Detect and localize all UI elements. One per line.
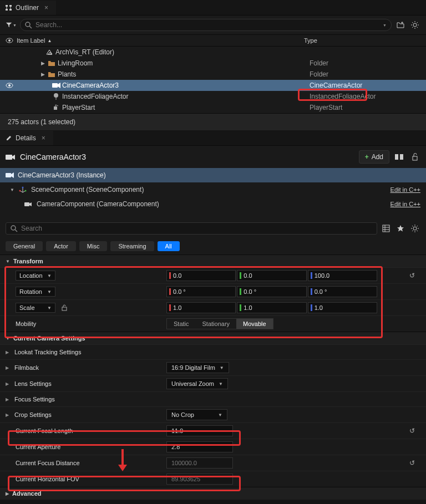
rotation-dropdown[interactable]: Rotation ▼ (16, 287, 55, 297)
camera-section-header[interactable]: ▼ Current Camera Settings (0, 332, 426, 344)
lens-dropdown[interactable]: Universal Zoom▼ (166, 378, 228, 389)
row-type: InstancedFoliageActor (310, 93, 426, 100)
camera-component-row[interactable]: CameraComponent (CameraComponent) Edit i… (0, 197, 426, 211)
category-tab-misc[interactable]: Misc (79, 241, 108, 251)
scale-dropdown[interactable]: Scale ▼ (16, 303, 55, 313)
outliner-search-input[interactable] (36, 21, 379, 29)
property-matrix-icon[interactable] (381, 223, 392, 234)
settings-icon[interactable] (409, 19, 420, 30)
category-tab-all[interactable]: All (158, 241, 180, 251)
rotation-label: Rotation (19, 288, 42, 295)
focus-distance-input[interactable]: 100000.0 (166, 457, 233, 469)
mobility-option-movable[interactable]: Movable (236, 319, 273, 329)
outliner-columns-header: Item Label ▲ Type (0, 34, 426, 47)
visibility-column-icon[interactable] (6, 38, 17, 43)
close-icon[interactable]: × (39, 134, 48, 142)
instance-label: CineCameraActor3 (Instance) (18, 171, 106, 179)
rotation-x[interactable]: 0.0 ° (166, 286, 236, 297)
location-z[interactable]: 100.0 (308, 270, 377, 281)
location-y[interactable]: 0.0 (237, 270, 306, 281)
scene-component-row[interactable]: ▼ SceneComponent (SceneComponent) Edit i… (0, 182, 426, 197)
outliner-tab[interactable]: Outliner × (0, 1, 56, 15)
outliner-search[interactable]: ▼ (20, 19, 392, 31)
row-type: Folder (310, 70, 426, 78)
chevron-down-icon[interactable]: ▼ (383, 23, 387, 27)
item-label-text: Item Label (17, 37, 45, 44)
transform-section-header[interactable]: ▼ Transform (0, 254, 426, 267)
category-tab-actor[interactable]: Actor (46, 241, 76, 251)
details-search-input[interactable] (21, 225, 372, 232)
svg-rect-3 (9, 9, 12, 11)
svg-rect-56 (62, 307, 67, 310)
tree-row[interactable]: ▶LivingRoomFolder (0, 58, 426, 69)
tree-row[interactable]: CineCameraActor3CineCameraActor (0, 80, 426, 91)
item-label-column[interactable]: Item Label ▲ (17, 37, 304, 44)
camera-icon (6, 172, 14, 179)
mobility-option-static[interactable]: Static (167, 319, 196, 329)
favorite-icon[interactable] (395, 223, 406, 234)
scale-label: Scale (19, 304, 35, 311)
row-label: Plants (58, 70, 310, 78)
hfov-input: 89.903625 (166, 474, 233, 485)
tree-row[interactable]: InstancedFoliageActorInstancedFoliageAct… (0, 91, 426, 102)
svg-rect-30 (395, 154, 398, 160)
type-column[interactable]: Type (304, 37, 420, 44)
expand-arrow-icon[interactable]: ▶ (6, 413, 9, 418)
location-dropdown[interactable]: Location ▼ (16, 271, 55, 281)
settings-icon[interactable] (409, 223, 420, 234)
crop-dropdown[interactable]: No Crop▼ (166, 409, 227, 420)
location-label: Location (19, 272, 43, 279)
svg-point-39 (24, 190, 26, 192)
actor-name: CineCameraActor3 (20, 152, 86, 161)
expand-arrow-icon[interactable]: ▼ (10, 187, 14, 192)
details-search[interactable] (6, 222, 377, 235)
prop-label: Lookat Tracking Settings (14, 349, 81, 355)
visibility-icon[interactable] (6, 83, 17, 88)
svg-rect-1 (9, 5, 12, 7)
tree-row[interactable]: ▶PlantsFolder (0, 69, 426, 80)
details-tab[interactable]: Details × (0, 131, 53, 145)
lock-open-icon[interactable] (409, 151, 420, 162)
filmback-dropdown[interactable]: 16:9 Digital Film▼ (166, 362, 229, 373)
expand-arrow-icon[interactable]: ▶ (41, 72, 48, 77)
svg-point-22 (8, 84, 11, 86)
svg-rect-2 (6, 9, 8, 11)
lookat-row[interactable]: ▶Lookat Tracking Settings (0, 344, 426, 359)
expand-arrow-icon[interactable]: ▶ (6, 365, 9, 370)
edit-cpp-link[interactable]: Edit in C++ (390, 201, 420, 207)
reset-icon[interactable]: ↺ (404, 459, 420, 467)
new-folder-icon[interactable] (395, 19, 406, 30)
mobility-toggle: StaticStationaryMovable (166, 318, 273, 329)
rotation-z[interactable]: 0.0 ° (308, 286, 377, 297)
location-x[interactable]: 0.0 (166, 270, 236, 281)
close-icon[interactable]: × (42, 4, 50, 12)
scale-y[interactable]: 1.0 (237, 302, 306, 313)
focus-settings-row[interactable]: ▶Focus Settings (0, 391, 426, 406)
location-vector: 0.0 0.0 100.0 (166, 270, 377, 281)
browse-icon[interactable] (394, 151, 405, 162)
tree-row[interactable]: ArchVis_RT (Editor) (0, 47, 426, 58)
category-tab-general[interactable]: General (6, 241, 43, 251)
aperture-input[interactable]: 2.8 (166, 441, 233, 452)
tree-row[interactable]: PlayerStartPlayerStart (0, 102, 426, 113)
edit-cpp-link[interactable]: Edit in C++ (390, 186, 420, 193)
expand-arrow-icon: ▶ (6, 397, 9, 402)
reset-icon[interactable]: ↺ (404, 427, 420, 435)
expand-arrow-icon[interactable]: ▶ (41, 60, 48, 66)
advanced-section-header[interactable]: ▶ Advanced (0, 487, 426, 500)
instance-row[interactable]: CineCameraActor3 (Instance) (0, 168, 426, 182)
add-button[interactable]: + Add (359, 150, 389, 164)
svg-rect-32 (413, 156, 417, 160)
focal-length-input[interactable]: 11.9 (166, 425, 233, 436)
reset-icon[interactable]: ↺ (404, 272, 420, 279)
scale-x[interactable]: 1.0 (166, 302, 236, 313)
row-type: CineCameraActor (310, 82, 426, 89)
scale-z[interactable]: 1.0 (308, 302, 377, 313)
focal-length-row: Current Focal Length 11.9 ↺ (0, 422, 426, 439)
mobility-option-stationary[interactable]: Stationary (196, 319, 237, 329)
filter-icon[interactable]: ▼ (6, 19, 17, 30)
expand-arrow-icon[interactable]: ▶ (6, 381, 9, 386)
category-tab-streaming[interactable]: Streaming (110, 241, 154, 251)
rotation-y[interactable]: 0.0 ° (237, 286, 306, 297)
lock-open-icon[interactable] (61, 304, 68, 311)
